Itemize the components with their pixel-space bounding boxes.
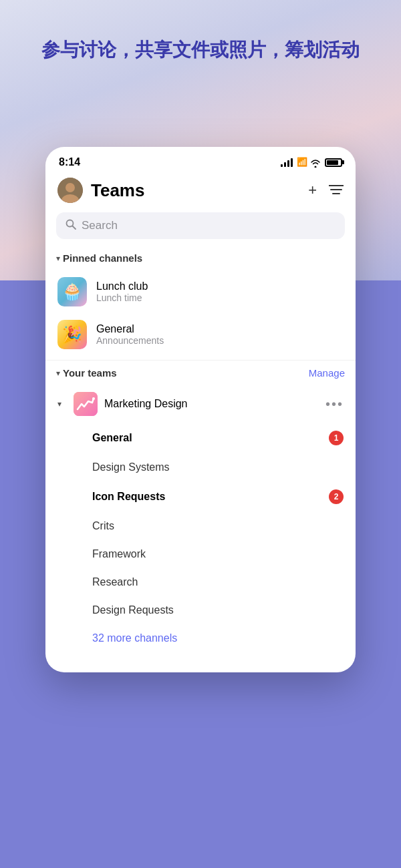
status-icons: 📶: [281, 157, 342, 167]
status-bar: 8:14 📶: [45, 147, 356, 174]
divider: [45, 360, 356, 361]
svg-point-9: [92, 397, 95, 400]
add-button[interactable]: +: [308, 182, 317, 199]
channel-general-name: General: [92, 432, 132, 444]
svg-point-1: [65, 183, 75, 192]
header: Teams +: [45, 174, 356, 212]
header-title: Teams: [91, 180, 308, 201]
channel-framework-name: Framework: [92, 548, 146, 560]
lunch-club-subtitle: Lunch time: [96, 292, 148, 303]
general-icon: 🎉: [57, 320, 87, 349]
search-placeholder: Search: [82, 219, 118, 232]
phone-card: 8:14 📶: [45, 147, 356, 672]
avatar[interactable]: [57, 178, 83, 203]
marketing-design-team[interactable]: ▾ Marketing Design •••: [45, 385, 356, 423]
wifi-icon: 📶: [297, 157, 321, 167]
lunch-club-item[interactable]: 🧁 Lunch club Lunch time: [45, 270, 356, 313]
header-actions: +: [308, 182, 344, 199]
search-icon: [65, 219, 76, 232]
page-title: 参与讨论，共享文件或照片，筹划活动: [0, 37, 401, 63]
lunch-club-text: Lunch club Lunch time: [96, 280, 148, 303]
svg-line-7: [73, 226, 76, 230]
team-more-button[interactable]: •••: [325, 397, 344, 412]
channel-design-systems[interactable]: Design Systems: [45, 453, 356, 481]
channel-research-name: Research: [92, 576, 138, 588]
status-time: 8:14: [59, 156, 80, 168]
channel-icon-requests-name: Icon Requests: [92, 491, 165, 503]
signal-icon: [281, 158, 293, 167]
team-icon: [74, 392, 98, 416]
channel-crits[interactable]: Crits: [45, 512, 356, 540]
your-teams-label: Your teams: [63, 367, 117, 379]
channel-icon-requests-badge: 2: [329, 489, 344, 504]
channel-design-requests[interactable]: Design Requests: [45, 596, 356, 624]
general-text: General Announcements: [96, 323, 164, 346]
channel-general[interactable]: General 1: [45, 423, 356, 453]
channel-general-badge: 1: [329, 431, 344, 445]
lunch-club-name: Lunch club: [96, 280, 148, 292]
filter-button[interactable]: [329, 183, 344, 198]
channel-design-requests-name: Design Requests: [92, 604, 174, 616]
your-teams-chevron-icon[interactable]: ▾: [56, 369, 60, 378]
your-teams-header: ▾ Your teams Manage: [45, 365, 356, 385]
lunch-club-icon: 🧁: [57, 277, 87, 306]
channel-icon-requests[interactable]: Icon Requests 2: [45, 481, 356, 512]
channel-research[interactable]: Research: [45, 568, 356, 596]
search-bar[interactable]: Search: [56, 212, 345, 239]
general-announcements-item[interactable]: 🎉 General Announcements: [45, 313, 356, 356]
pinned-chevron-icon[interactable]: ▾: [56, 254, 60, 263]
general-subtitle: Announcements: [96, 335, 164, 346]
channel-design-systems-name: Design Systems: [92, 461, 170, 473]
general-name: General: [96, 323, 164, 335]
team-chevron-icon[interactable]: ▾: [57, 399, 67, 409]
battery-icon: [325, 158, 342, 167]
channel-crits-name: Crits: [92, 520, 114, 532]
pinned-channels-label: Pinned channels: [63, 252, 142, 264]
pinned-channels-header: ▾ Pinned channels: [45, 250, 356, 270]
more-channels-link[interactable]: 32 more channels: [45, 624, 356, 652]
team-name: Marketing Design: [104, 398, 319, 410]
manage-link[interactable]: Manage: [309, 367, 345, 379]
channel-framework[interactable]: Framework: [45, 540, 356, 568]
